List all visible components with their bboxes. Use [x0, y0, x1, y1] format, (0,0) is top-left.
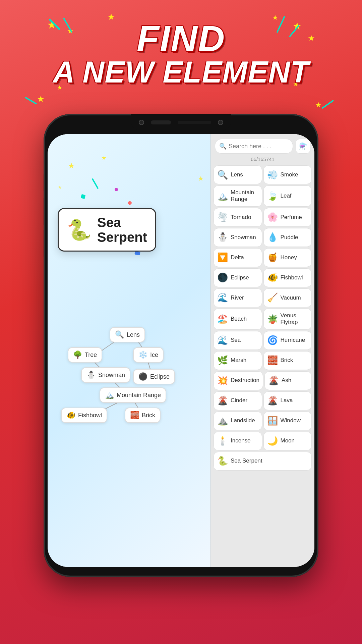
element-label: Snowman	[231, 234, 256, 241]
element-label: Delta	[231, 254, 244, 261]
node-lens[interactable]: 🔍Lens	[110, 327, 145, 342]
canvas-panel[interactable]: ★ ★ ★ ★ 🐍 SeaSerpent	[48, 134, 210, 567]
element-emoji: 🧱	[267, 355, 278, 366]
element-emoji: 🌋	[267, 395, 278, 406]
node-tree[interactable]: 🌳Tree	[68, 347, 102, 363]
element-label: Incense	[231, 437, 251, 444]
element-label: Smoke	[281, 171, 298, 178]
element-item[interactable]: 🪴Venus Flytrap	[263, 309, 312, 330]
element-item[interactable]: 🌙Moon	[263, 432, 312, 450]
element-emoji: 🧹	[267, 292, 278, 303]
element-item[interactable]: 🐠Fishbowl	[263, 268, 312, 287]
element-label: Venus Flytrap	[281, 312, 308, 326]
element-label: Tornado	[231, 214, 251, 221]
filter-button[interactable]: ⚗️	[296, 139, 310, 154]
element-item[interactable]: 🔍Lens	[214, 165, 262, 184]
node-mountain-range[interactable]: 🏔️Mountain Range	[100, 387, 166, 403]
node-eclipse[interactable]: ⚫Eclipse	[133, 369, 175, 384]
element-label: Vacuum	[281, 294, 301, 301]
element-emoji: 🌋	[217, 395, 228, 406]
element-emoji: 💨	[267, 170, 278, 180]
element-row: ⛰️Landslide🪟Window	[214, 412, 312, 430]
element-label: Lava	[281, 397, 293, 404]
element-row: 🏔️Mountain Range🍃Leaf	[214, 185, 312, 207]
element-label: Window	[281, 417, 301, 424]
element-item[interactable]: 🍃Leaf	[263, 185, 312, 207]
element-label: Landslide	[231, 417, 255, 424]
element-emoji: 🌊	[217, 292, 228, 303]
search-input[interactable]	[229, 143, 289, 150]
element-emoji: 🕯️	[217, 436, 228, 446]
element-label: Leaf	[281, 193, 292, 199]
element-label: Mountain Range	[231, 189, 258, 203]
element-emoji: 🌀	[267, 335, 278, 345]
element-label: Honey	[281, 254, 297, 261]
element-emoji: 🍯	[267, 252, 278, 263]
element-item[interactable]: 💧Puddle	[263, 228, 312, 247]
element-item[interactable]: ⛄Snowman	[214, 228, 262, 247]
element-row: 🌪️Tornado🌸Perfume	[214, 208, 312, 227]
element-item[interactable]: 🌑Eclipse	[214, 268, 262, 287]
node-brick[interactable]: 🧱Brick	[125, 408, 161, 423]
element-emoji: 🌪️	[217, 212, 228, 222]
element-emoji: 🔍	[217, 170, 228, 180]
element-item[interactable]: 🪟Window	[263, 412, 312, 430]
element-item[interactable]: 💥Destruction	[214, 371, 263, 390]
title-area: FIND A NEW ELEMENT	[0, 20, 362, 87]
element-emoji: 🌿	[217, 355, 228, 366]
node-fishbowl[interactable]: 🐠Fishbowl	[61, 408, 107, 423]
element-item[interactable]: 🔽Delta	[214, 248, 262, 267]
power-button	[318, 201, 318, 228]
element-emoji: 🔽	[217, 252, 228, 263]
element-item[interactable]: 🌊Sea	[214, 331, 262, 350]
element-label: River	[231, 294, 244, 301]
element-label: Perfume	[281, 214, 302, 221]
element-item[interactable]: 🌸Perfume	[263, 208, 312, 227]
element-list-panel: 🔍 ⚗️ 66/165741 🔍Lens💨Smoke🏔️Mountain Ran…	[210, 134, 314, 567]
result-emoji: 🐍	[67, 218, 92, 242]
element-item[interactable]: 🐍Sea Serpent	[214, 452, 312, 471]
node-snowman[interactable]: ⛄Snowman	[81, 367, 130, 383]
search-input-wrapper[interactable]: 🔍	[215, 139, 293, 154]
element-emoji: 💥	[217, 375, 228, 386]
element-emoji: 🪴	[267, 314, 278, 324]
element-row: 🔽Delta🍯Honey	[214, 248, 312, 267]
element-row: 🌿Marsh🧱Brick	[214, 351, 312, 370]
element-item[interactable]: 🌀Hurricane	[263, 331, 312, 350]
element-row: 🔍Lens💨Smoke	[214, 165, 312, 184]
element-label: Cinder	[231, 397, 247, 404]
element-item[interactable]: 🕯️Incense	[214, 432, 262, 450]
face-sensor	[151, 120, 171, 124]
element-item[interactable]: 🌊River	[214, 288, 262, 307]
element-item[interactable]: 🌿Marsh	[214, 351, 262, 370]
element-label: Moon	[281, 437, 295, 444]
element-row: 🌊River🧹Vacuum	[214, 288, 312, 307]
element-label: Puddle	[281, 234, 298, 241]
element-emoji: 🏖️	[217, 314, 228, 324]
element-item[interactable]: 🏖️Beach	[214, 309, 262, 330]
volume-down-button	[44, 230, 44, 257]
element-label: Sea Serpent	[231, 458, 262, 464]
element-item[interactable]: 🧹Vacuum	[263, 288, 312, 307]
element-emoji: ⛄	[217, 232, 228, 243]
element-emoji: 💧	[267, 232, 278, 243]
element-item[interactable]: ⛰️Landslide	[214, 412, 262, 430]
element-item[interactable]: 🌋Ash	[264, 371, 312, 390]
element-emoji: ⛰️	[217, 416, 228, 426]
phone-screen: ★ ★ ★ ★ 🐍 SeaSerpent	[48, 134, 314, 567]
element-label: Ash	[282, 377, 291, 384]
node-ice[interactable]: ❄️Ice	[133, 347, 164, 363]
element-item[interactable]: 🌋Lava	[263, 391, 312, 410]
search-icon: 🔍	[219, 143, 227, 150]
element-item[interactable]: 🧱Brick	[263, 351, 312, 370]
element-label: Fishbowl	[281, 274, 303, 281]
element-item[interactable]: 🌋Cinder	[214, 391, 262, 410]
element-item[interactable]: 🌪️Tornado	[214, 208, 262, 227]
element-row: 🐍Sea Serpent	[214, 452, 312, 471]
element-item[interactable]: 🏔️Mountain Range	[214, 185, 262, 207]
element-emoji: 🌸	[267, 212, 278, 222]
element-item[interactable]: 💨Smoke	[263, 165, 312, 184]
element-emoji: 🌊	[217, 335, 228, 345]
front-camera-2	[218, 120, 223, 125]
element-item[interactable]: 🍯Honey	[263, 248, 312, 267]
